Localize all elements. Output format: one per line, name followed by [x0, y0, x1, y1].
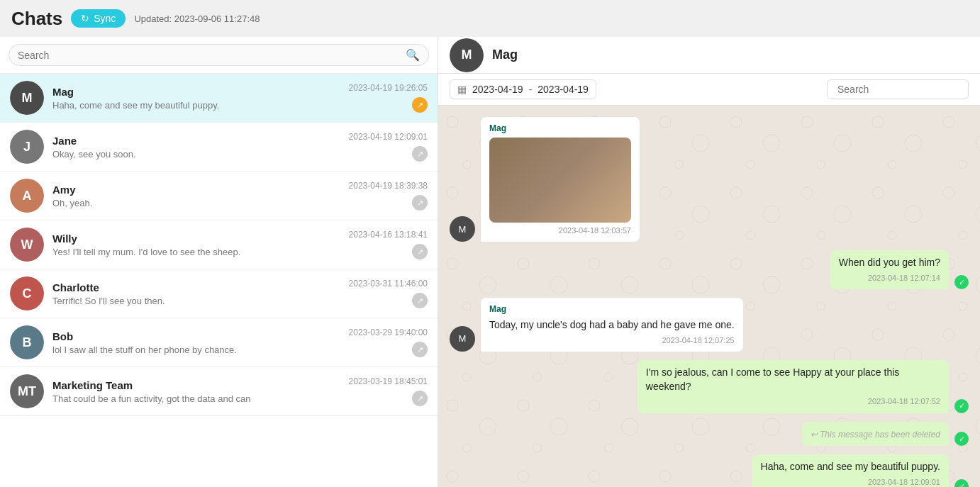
avatar-jane: J — [10, 130, 44, 164]
top-bar: Chats ↻ Sync Updated: 2023-09-06 11:27:4… — [0, 0, 980, 37]
avatar-bob: B — [10, 325, 44, 359]
sync-label: Sync — [94, 13, 116, 24]
avatar-mag: M — [10, 81, 44, 115]
message-row-msg6: Haha, come and see my beautiful puppy.20… — [450, 454, 969, 487]
bubble-text-msg6: Haha, come and see my beautiful puppy. — [761, 460, 940, 474]
wa-icon-msg4: ✓ — [954, 399, 969, 413]
chat-preview-bob: lol I saw all the stuff on her phone by … — [52, 345, 340, 355]
sync-button[interactable]: ↻ Sync — [71, 9, 126, 28]
chat-name-mag: Mag — [52, 86, 340, 98]
bubble-sender-msg1: Mag — [489, 123, 631, 135]
export-icon-charlotte[interactable]: ↗ — [412, 293, 428, 308]
contact-name: Mag — [492, 47, 518, 62]
chat-preview-charlotte: Terrific! So I'll see you then. — [52, 296, 340, 306]
date-from: 2023-04-19 — [472, 84, 523, 95]
export-icon-marketing-team[interactable]: ↗ — [412, 391, 428, 406]
chat-name-jane: Jane — [52, 135, 340, 147]
messages-area: MMag2023-04-18 12:03:57When did you get … — [438, 106, 980, 487]
chat-list-item-jane[interactable]: JJaneOkay, see you soon.2023-04-19 12:09… — [0, 123, 438, 172]
deleted-msg-msg5: ↩ This message has been deleted — [811, 429, 940, 441]
bubble-time-msg6: 2023-04-18 12:09:01 — [761, 477, 940, 487]
date-range-picker[interactable]: ▦ 2023-04-19 - 2023-04-19 — [450, 79, 596, 99]
chat-time-charlotte: 2023-03-31 11:46:00 — [349, 279, 428, 289]
avatar-marketing-team: MT — [10, 374, 44, 408]
bubble-sender-msg3: Mag — [489, 303, 735, 315]
chat-preview-jane: Okay, see you soon. — [52, 149, 340, 159]
chat-list-item-charlotte[interactable]: CCharlotteTerrific! So I'll see you then… — [0, 269, 438, 318]
avatar-charlotte: C — [10, 276, 44, 310]
message-row-msg5: ↩ This message has been deleted✓ — [450, 422, 969, 447]
chat-time-bob: 2023-03-29 19:40:00 — [349, 328, 428, 337]
chat-preview-marketing-team: That could be a fun activity, got the da… — [52, 393, 340, 404]
bubble-time-msg3: 2023-04-18 12:07:25 — [489, 335, 735, 346]
bubble-text-msg4: I'm so jealous, can I come to see Happy … — [646, 366, 940, 393]
message-search-input[interactable] — [827, 79, 969, 99]
sync-icon: ↻ — [81, 13, 89, 24]
chat-time-mag: 2023-04-19 19:26:05 — [349, 83, 428, 93]
app-title: Chats — [11, 8, 62, 30]
message-row-msg2: When did you get him?2023-04-18 12:07:14… — [450, 250, 969, 289]
bubble-msg5: ↩ This message has been deleted — [802, 422, 949, 447]
message-row-msg3: MMagToday, my uncle's dog had a baby and… — [450, 298, 969, 352]
bubble-time-msg4: 2023-04-18 12:07:52 — [646, 396, 940, 407]
chat-name-bob: Bob — [52, 330, 340, 342]
chat-preview-mag: Haha, come and see my beautiful puppy. — [52, 100, 340, 111]
export-icon-jane[interactable]: ↗ — [412, 146, 428, 162]
chat-header: M Mag — [438, 37, 980, 74]
chat-list-item-bob[interactable]: BBoblol I saw all the stuff on her phone… — [0, 318, 438, 367]
message-row-msg4: I'm so jealous, can I come to see Happy … — [450, 360, 969, 413]
chat-list: MMagHaha, come and see my beautiful pupp… — [0, 74, 438, 487]
chat-preview-amy: Oh, yeah. — [52, 198, 340, 208]
search-input[interactable] — [18, 50, 400, 61]
image-bubble-msg1 — [489, 138, 631, 223]
chat-name-charlotte: Charlotte — [52, 281, 340, 293]
right-panel: M Mag ▦ 2023-04-19 - 2023-04-19 MMag2023… — [438, 37, 980, 487]
wa-icon-msg6: ✓ — [954, 479, 969, 487]
export-icon-willy[interactable]: ↗ — [412, 244, 428, 259]
bubble-text-msg2: When did you get him? — [839, 256, 940, 270]
updated-timestamp: Updated: 2023-09-06 11:27:48 — [134, 13, 260, 24]
wa-icon-msg5: ✓ — [954, 432, 969, 446]
message-row-msg1: MMag2023-04-18 12:03:57 — [450, 117, 969, 242]
chat-list-item-mag[interactable]: MMagHaha, come and see my beautiful pupp… — [0, 74, 438, 123]
bubble-time-msg1: 2023-04-18 12:03:57 — [489, 225, 631, 236]
bubble-text-msg3: Today, my uncle's dog had a baby and he … — [489, 318, 735, 332]
chat-time-amy: 2023-04-19 18:39:38 — [349, 181, 428, 191]
chat-name-willy: Willy — [52, 233, 340, 245]
calendar-icon: ▦ — [457, 84, 467, 95]
bubble-time-msg2: 2023-04-18 12:07:14 — [839, 273, 940, 284]
chat-time-willy: 2023-04-16 13:18:41 — [349, 230, 428, 240]
search-icon: 🔍 — [406, 48, 420, 62]
chat-preview-willy: Yes! I'll tell my mum. I'd love to see t… — [52, 247, 340, 257]
chat-name-amy: Amy — [52, 184, 340, 196]
bubble-msg4: I'm so jealous, can I come to see Happy … — [637, 360, 949, 413]
chat-list-item-marketing-team[interactable]: MTMarketing TeamThat could be a fun acti… — [0, 367, 438, 416]
date-filter-row: ▦ 2023-04-19 - 2023-04-19 — [438, 74, 980, 106]
contact-avatar: M — [450, 38, 484, 72]
date-separator: - — [529, 84, 533, 95]
search-bar: 🔍 — [0, 37, 438, 74]
msg-avatar-msg3: M — [450, 326, 475, 352]
chat-list-item-willy[interactable]: WWillyYes! I'll tell my mum. I'd love to… — [0, 220, 438, 269]
left-panel: 🔍 MMagHaha, come and see my beautiful pu… — [0, 37, 438, 487]
avatar-willy: W — [10, 228, 44, 262]
date-to: 2023-04-19 — [538, 84, 589, 95]
export-icon-amy[interactable]: ↗ — [412, 195, 428, 211]
main-layout: 🔍 MMagHaha, come and see my beautiful pu… — [0, 37, 980, 487]
chat-time-jane: 2023-04-19 12:09:01 — [349, 132, 428, 142]
export-icon-mag[interactable]: ↗ — [412, 97, 428, 113]
bubble-msg3: MagToday, my uncle's dog had a baby and … — [481, 298, 743, 352]
bubble-msg1: Mag2023-04-18 12:03:57 — [481, 117, 640, 242]
bubble-msg6: Haha, come and see my beautiful puppy.20… — [752, 454, 949, 487]
chat-name-marketing-team: Marketing Team — [52, 379, 340, 391]
chat-time-marketing-team: 2023-03-19 18:45:01 — [349, 376, 428, 386]
msg-avatar-msg1: M — [450, 216, 475, 242]
search-input-wrap[interactable]: 🔍 — [9, 44, 429, 66]
wa-icon-msg2: ✓ — [954, 275, 969, 289]
avatar-amy: A — [10, 179, 44, 213]
export-icon-bob[interactable]: ↗ — [412, 342, 428, 357]
chat-list-item-amy[interactable]: AAmyOh, yeah.2023-04-19 18:39:38↗ — [0, 172, 438, 220]
bubble-msg2: When did you get him?2023-04-18 12:07:14 — [830, 250, 949, 289]
